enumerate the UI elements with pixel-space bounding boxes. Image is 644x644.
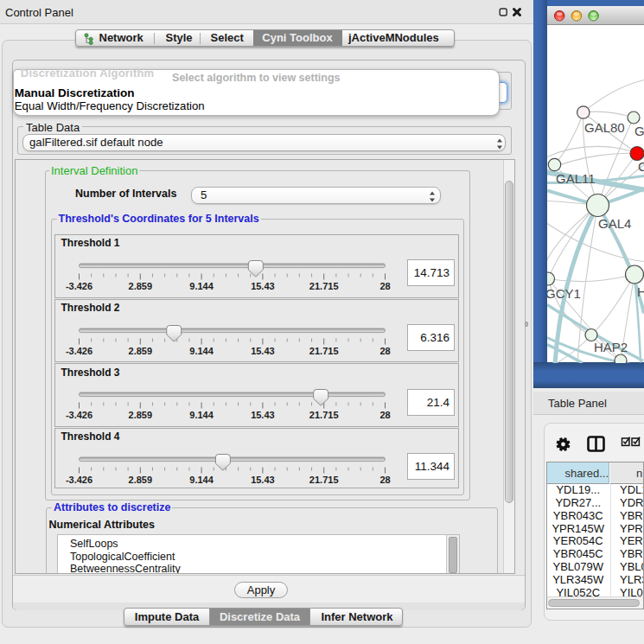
svg-text:2.859: 2.859 [129, 280, 153, 290]
svg-text:-3.426: -3.426 [66, 280, 92, 290]
svg-text:21.715: 21.715 [309, 345, 339, 355]
svg-text:21.715: 21.715 [309, 474, 339, 484]
svg-text:21.715: 21.715 [309, 410, 339, 420]
svg-text:2.859: 2.859 [129, 474, 153, 484]
svg-text:-3.426: -3.426 [66, 410, 92, 420]
svg-text:28: 28 [379, 280, 390, 290]
svg-text:2.859: 2.859 [129, 345, 153, 355]
svg-text:15.43: 15.43 [251, 345, 275, 355]
svg-text:GAL11: GAL11 [556, 170, 596, 185]
svg-text:-3.426: -3.426 [66, 474, 92, 484]
svg-text:9.144: 9.144 [189, 410, 214, 420]
svg-text:9.144: 9.144 [189, 345, 214, 355]
svg-text:28: 28 [379, 345, 390, 355]
svg-text:2.859: 2.859 [129, 410, 153, 420]
svg-text:9.144: 9.144 [189, 474, 214, 484]
svg-text:GAL80: GAL80 [584, 119, 625, 134]
svg-text:15.43: 15.43 [251, 410, 275, 420]
svg-text:CRM1: CRM1 [638, 158, 644, 173]
svg-text:GAL4: GAL4 [598, 216, 631, 231]
svg-text:-3.426: -3.426 [66, 345, 92, 355]
svg-text:21.715: 21.715 [309, 280, 339, 290]
svg-text:15.43: 15.43 [251, 474, 275, 484]
svg-text:GAL3: GAL3 [634, 123, 644, 137]
svg-text:28: 28 [379, 474, 390, 484]
svg-text:28: 28 [379, 410, 390, 420]
svg-text:HAP4: HAP4 [637, 284, 644, 298]
svg-text:15.43: 15.43 [251, 280, 275, 290]
svg-text:HAP2: HAP2 [594, 339, 628, 354]
svg-text:GCY1: GCY1 [547, 285, 581, 300]
svg-text:9.144: 9.144 [189, 280, 214, 290]
